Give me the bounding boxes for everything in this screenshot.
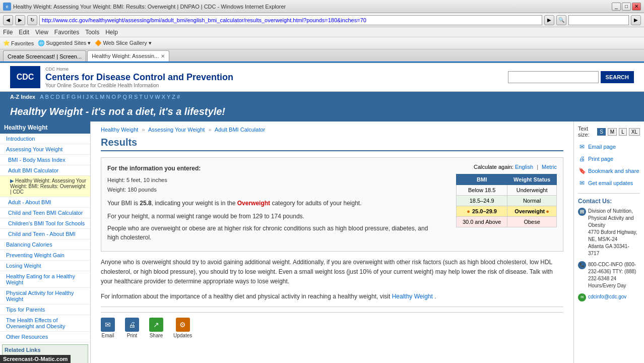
sidebar-item-healthy-eating[interactable]: Healthy Eating for a Healthy Weight bbox=[0, 271, 90, 288]
text-size-s[interactable]: S bbox=[597, 128, 606, 136]
maximize-button[interactable]: □ bbox=[622, 3, 631, 11]
az-b[interactable]: B bbox=[45, 94, 48, 100]
sidebar-item-tips-parents[interactable]: Tips for Parents bbox=[0, 305, 90, 315]
bookmark-link[interactable]: 🔖 Bookmark and share bbox=[578, 166, 640, 176]
az-k[interactable]: K bbox=[90, 94, 94, 100]
search-go-button[interactable]: 🔍 bbox=[556, 15, 566, 25]
browser-search-box[interactable] bbox=[568, 15, 629, 25]
sidebar-item-physical-activity[interactable]: Physical Activity for Healthy Weight bbox=[0, 288, 90, 305]
sidebar-item-children-tool[interactable]: Children's BMI Tool for Schools bbox=[0, 218, 90, 229]
az-h[interactable]: H bbox=[77, 94, 81, 100]
email-updates-link[interactable]: ✉ Get email updates bbox=[578, 178, 640, 188]
tab-screencast[interactable]: Create Screencast! | Screen... bbox=[3, 50, 86, 62]
az-f[interactable]: F bbox=[67, 94, 70, 100]
sidebar-item-current-page: ▶Healthy Weight: Assessing Your Weight: … bbox=[0, 176, 90, 197]
sidebar-item-health-effects[interactable]: The Health Effects of Overweight and Obe… bbox=[0, 315, 90, 332]
az-label: A-Z Index bbox=[10, 94, 35, 100]
az-l[interactable]: L bbox=[95, 94, 98, 100]
sidebar-item-other-resources[interactable]: Other Resources bbox=[0, 332, 90, 342]
az-g[interactable]: G bbox=[72, 94, 76, 100]
sidebar-section-header[interactable]: Healthy Weight bbox=[0, 122, 90, 134]
search-submit-button[interactable]: ▶ bbox=[631, 15, 641, 25]
content-area: Healthy Weight » Assessing Your Weight »… bbox=[91, 122, 573, 363]
breadcrumb-assessing[interactable]: Assessing Your Weight bbox=[148, 127, 205, 133]
bmi-category-label: Overweight bbox=[237, 200, 270, 207]
back-button[interactable]: ◀ bbox=[3, 15, 13, 25]
close-button[interactable]: ✕ bbox=[632, 3, 641, 11]
menu-file[interactable]: File bbox=[3, 29, 13, 36]
sidebar-item-assessing[interactable]: Assessing Your Weight bbox=[0, 144, 90, 155]
print-action[interactable]: 🖨 Print bbox=[125, 318, 139, 338]
favorites-button[interactable]: ⭐ Favorites bbox=[3, 40, 34, 46]
address-bar[interactable]: http://www.cdc.gov/healthyweight/assessi… bbox=[39, 15, 542, 25]
sidebar-item-about-bmi[interactable]: Adult - About BMI bbox=[0, 197, 90, 208]
sidebar-item-bmi[interactable]: BMI - Body Mass Index bbox=[0, 155, 90, 165]
text-size-m[interactable]: M bbox=[608, 128, 617, 136]
text-size-label: Text size: bbox=[578, 126, 595, 138]
sidebar-item-introduction[interactable]: Introduction bbox=[0, 134, 90, 144]
email-action[interactable]: ✉ Email bbox=[101, 318, 115, 338]
text-size-row: Text size: S M L XL bbox=[578, 126, 640, 138]
english-link[interactable]: English bbox=[515, 164, 533, 170]
refresh-button[interactable]: ↻ bbox=[27, 15, 37, 25]
az-s[interactable]: S bbox=[134, 94, 138, 100]
email-page-link[interactable]: ✉ Email page bbox=[578, 142, 640, 152]
az-z[interactable]: Z bbox=[172, 94, 175, 100]
tab-close-icon[interactable]: ✕ bbox=[161, 53, 165, 59]
az-e[interactable]: E bbox=[61, 94, 65, 100]
az-j[interactable]: J bbox=[86, 94, 89, 100]
az-p[interactable]: P bbox=[117, 94, 121, 100]
sidebar-item-child-teen-calc[interactable]: Child and Teen BMI Calculator bbox=[0, 208, 90, 218]
text-size-xl[interactable]: XL bbox=[629, 128, 640, 136]
print-page-link[interactable]: 🖨 Print page bbox=[578, 154, 640, 164]
contact-phone: 📞 800-CDC-INFO (800-232-4636) TTY: (888)… bbox=[578, 261, 640, 289]
breadcrumb-healthy-weight[interactable]: Healthy Weight bbox=[101, 127, 138, 133]
az-d[interactable]: D bbox=[56, 94, 60, 100]
tab-cdc[interactable]: Healthy Weight: Assessin... ✕ bbox=[87, 50, 169, 62]
sidebar-item-adult-calculator[interactable]: Adult BMI Calculator bbox=[0, 165, 90, 176]
go-button[interactable]: ▶ bbox=[544, 15, 554, 25]
az-a[interactable]: A bbox=[40, 94, 43, 100]
sidebar-arrow-icon: ▶ bbox=[10, 178, 14, 184]
az-y[interactable]: Y bbox=[167, 94, 170, 100]
updates-action[interactable]: ⚙ Updates bbox=[173, 318, 192, 338]
menu-favorites[interactable]: Favorites bbox=[54, 29, 79, 36]
contact-email-link[interactable]: cdcinfo@cdc.gov bbox=[588, 293, 626, 301]
az-hash[interactable]: # bbox=[177, 94, 180, 100]
web-slice-button[interactable]: 🔶 Web Slice Gallery ▾ bbox=[95, 40, 151, 46]
sidebar-item-balancing[interactable]: Balancing Calories bbox=[0, 239, 90, 250]
menu-edit[interactable]: Edit bbox=[19, 29, 29, 36]
az-m[interactable]: M bbox=[100, 94, 104, 100]
suggested-sites-button[interactable]: 🌐 Suggested Sites ▾ bbox=[38, 40, 91, 46]
az-q[interactable]: Q bbox=[122, 94, 127, 100]
healthy-weight-link[interactable]: Healthy Weight bbox=[392, 293, 433, 300]
az-w[interactable]: W bbox=[155, 94, 160, 100]
az-t[interactable]: T bbox=[139, 94, 143, 100]
menu-view[interactable]: View bbox=[35, 29, 48, 36]
az-i[interactable]: I bbox=[83, 94, 84, 100]
menu-tools[interactable]: Tools bbox=[85, 29, 99, 36]
main-layout: Healthy Weight Introduction Assessing Yo… bbox=[0, 122, 644, 363]
menu-help[interactable]: Help bbox=[105, 29, 118, 36]
az-c[interactable]: C bbox=[50, 94, 54, 100]
calc-again-area: Calculate again: English | Metric bbox=[446, 164, 557, 170]
weight-label: Weight: 180 pounds bbox=[107, 186, 436, 194]
cdc-search-button[interactable]: SEARCH bbox=[601, 71, 634, 83]
sidebar-item-losing[interactable]: Losing Weight bbox=[0, 261, 90, 271]
az-u[interactable]: U bbox=[144, 94, 148, 100]
az-n[interactable]: N bbox=[106, 94, 110, 100]
text-size-l[interactable]: L bbox=[619, 128, 627, 136]
az-r[interactable]: R bbox=[128, 94, 133, 100]
az-x[interactable]: X bbox=[162, 94, 165, 100]
forward-button[interactable]: ▶ bbox=[15, 15, 25, 25]
sidebar-item-child-teen-about[interactable]: Child and Teen - About BMI bbox=[0, 229, 90, 239]
cdc-home-link[interactable]: CDC Home bbox=[45, 67, 233, 72]
sidebar-item-preventing[interactable]: Preventing Weight Gain bbox=[0, 250, 90, 261]
breadcrumb-calculator[interactable]: Adult BMI Calculator bbox=[215, 127, 265, 133]
az-o[interactable]: O bbox=[111, 94, 116, 100]
metric-link[interactable]: Metric bbox=[542, 164, 557, 170]
cdc-search-input[interactable] bbox=[508, 71, 599, 83]
share-action[interactable]: ↗ Share bbox=[149, 318, 163, 338]
minimize-button[interactable]: _ bbox=[612, 3, 621, 11]
az-v[interactable]: V bbox=[150, 94, 153, 100]
